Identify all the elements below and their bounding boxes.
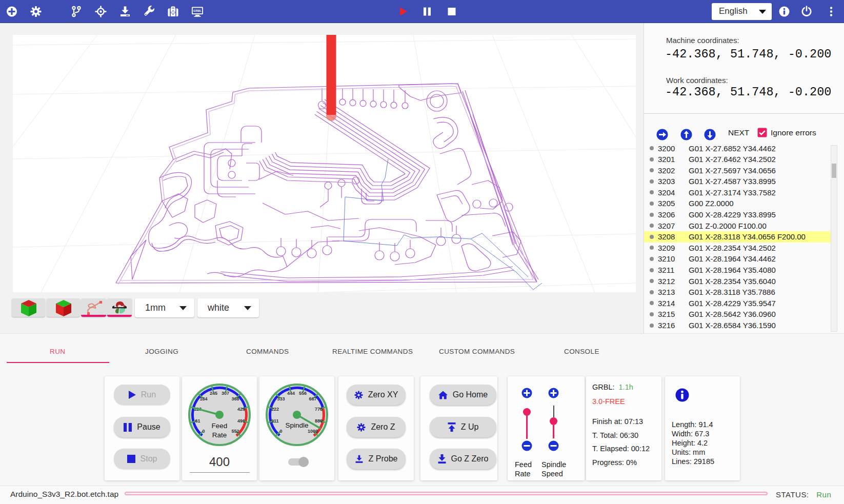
- svg-text:0: 0: [279, 429, 282, 434]
- svg-text:368: 368: [232, 396, 239, 401]
- svg-text:429: 429: [237, 407, 245, 412]
- svg-text:0: 0: [202, 429, 205, 434]
- svg-text:Rate: Rate: [212, 431, 227, 439]
- svg-text:778: 778: [315, 407, 323, 412]
- svg-text:61: 61: [195, 418, 200, 424]
- svg-text:552: 552: [232, 429, 239, 434]
- svg-text:667: 667: [309, 396, 317, 401]
- svg-text:333: 333: [277, 396, 285, 401]
- svg-text:444: 444: [287, 391, 295, 396]
- svg-text:222: 222: [271, 407, 279, 412]
- svg-text:1000: 1000: [308, 429, 318, 434]
- svg-text:111: 111: [271, 418, 278, 424]
- svg-text:Spindle: Spindle: [285, 421, 308, 429]
- svg-text:556: 556: [299, 391, 307, 396]
- svg-text:307: 307: [222, 391, 229, 396]
- svg-text:GRBL: GRBL: [193, 9, 202, 12]
- svg-text:245: 245: [210, 391, 217, 396]
- svg-text:889: 889: [315, 418, 323, 424]
- svg-text:184: 184: [199, 396, 207, 401]
- svg-text:Feed: Feed: [212, 422, 228, 430]
- svg-text:491: 491: [237, 418, 245, 424]
